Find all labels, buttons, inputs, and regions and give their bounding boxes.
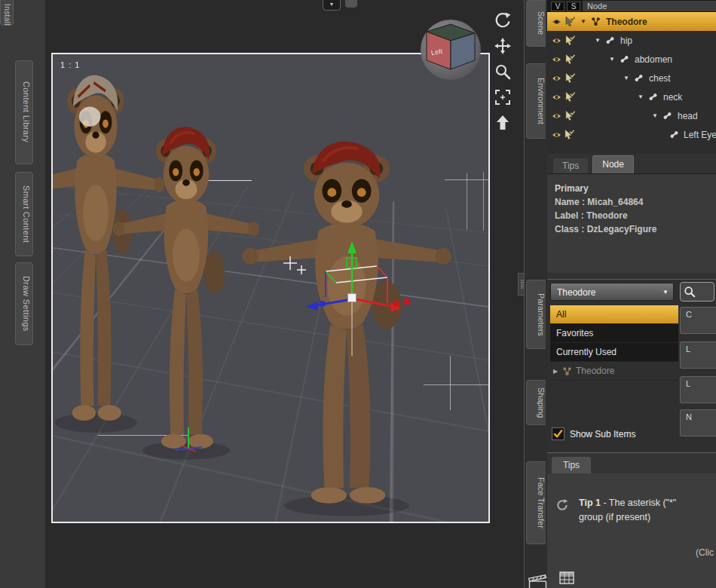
chevron-down-icon: ▼ xyxy=(662,283,669,302)
scene-node-theodore[interactable]: ▼ Theodore xyxy=(547,12,716,31)
node-label: chest xyxy=(649,73,671,84)
eye-visibility-icon[interactable] xyxy=(552,112,565,120)
pan-icon[interactable] xyxy=(491,35,514,57)
eye-visibility-icon[interactable] xyxy=(552,56,565,63)
scene-node-left-eye[interactable]: ▼ Left Eye xyxy=(547,125,716,144)
parameter-group-list: All Favorites Currently Used ▶ Theodore xyxy=(550,305,678,381)
node-selector-dropdown[interactable]: Theodore ▼ xyxy=(550,283,674,301)
node-label: abdomen xyxy=(635,54,672,65)
frame-selection-icon[interactable] xyxy=(491,86,514,109)
eye-visibility-icon[interactable] xyxy=(552,75,565,82)
view-nav-cube[interactable]: Left xyxy=(408,17,487,83)
eye-visibility-icon[interactable] xyxy=(552,131,565,139)
show-sub-items-label: Show Sub Items xyxy=(570,429,635,439)
group-all[interactable]: All xyxy=(550,305,678,324)
parameter-slider-partial[interactable]: N xyxy=(680,409,716,436)
cursor-select-icon[interactable] xyxy=(565,130,579,139)
group-theodore[interactable]: ▶ Theodore xyxy=(550,362,678,381)
cursor-select-icon[interactable] xyxy=(565,54,580,64)
expand-arrow-icon[interactable]: ▶ xyxy=(553,368,562,375)
section-title: Primary xyxy=(547,174,716,195)
tip-title: Tip 1 xyxy=(579,498,601,508)
node-label: Theodore xyxy=(606,17,647,27)
node-info-panel: Primary Name : Micah_64864 Label : Theod… xyxy=(547,174,716,273)
scene-node-chest[interactable]: ▼ chest xyxy=(547,69,716,87)
scene-node-hip[interactable]: ▼ hip xyxy=(547,31,716,50)
tab-scene[interactable]: Scene xyxy=(526,0,546,47)
scene-node-head[interactable]: ▼ head xyxy=(547,106,716,125)
eye-visibility-icon[interactable] xyxy=(552,18,565,26)
cursor-select-icon[interactable] xyxy=(565,17,580,26)
collapse-arrow-icon[interactable]: ▼ xyxy=(609,56,620,63)
node-label: head xyxy=(678,111,698,121)
group-currently-used[interactable]: Currently Used xyxy=(550,343,678,362)
collapse-arrow-icon[interactable]: ▼ xyxy=(623,75,634,81)
bone-icon xyxy=(620,54,633,64)
collapse-arrow-icon[interactable]: ▼ xyxy=(595,37,605,44)
node-panel-tabs: Tips Node xyxy=(547,155,716,174)
tab-tips-bottom[interactable]: Tips xyxy=(552,457,591,473)
tab-tips[interactable]: Tips xyxy=(553,158,588,173)
show-sub-items-checkbox[interactable] xyxy=(552,427,565,440)
tab-draw-settings[interactable]: Draw Settings xyxy=(15,262,33,345)
scene-hierarchy-panel: V S Node ▼ Theodore ▼ hip ▼ abdomen xyxy=(547,0,716,154)
tab-node[interactable]: Node xyxy=(592,155,634,173)
tab-content-library[interactable]: Content Library xyxy=(15,60,33,164)
dropdown-value: Theodore xyxy=(557,287,595,298)
bone-icon xyxy=(634,73,647,83)
main-area: ▼ xyxy=(45,0,524,588)
group-label: Currently Used xyxy=(556,347,617,357)
tip-text: Tip 1 - The asterisk ("*" group (if pres… xyxy=(579,496,699,525)
viewport-menu-pill[interactable] xyxy=(345,0,357,8)
scene-header: V S Node xyxy=(547,0,716,12)
visibility-column-header[interactable]: V xyxy=(551,2,565,11)
parameter-slider-partial[interactable]: C xyxy=(680,307,716,334)
node-column-header[interactable]: Node xyxy=(583,1,716,11)
group-label: Theodore xyxy=(576,366,614,376)
eye-visibility-icon[interactable] xyxy=(552,93,565,101)
eye-visibility-icon[interactable] xyxy=(552,37,565,44)
tab-environment[interactable]: Environment xyxy=(526,63,546,139)
scene-node-abdomen[interactable]: ▼ abdomen xyxy=(547,50,716,69)
node-label: neck xyxy=(663,92,682,103)
cursor-select-icon[interactable] xyxy=(565,35,580,45)
tip-line2: group (if present) xyxy=(579,510,699,525)
viewport-menu-partial[interactable]: ▼ xyxy=(323,0,357,11)
spreadsheet-grid-icon[interactable] xyxy=(559,571,574,585)
tab-parameters[interactable]: Parameters xyxy=(526,280,546,349)
viewport-3d[interactable]: 1 : 1 xyxy=(51,53,490,523)
tab-shaping[interactable]: Shaping xyxy=(526,380,546,425)
right-dock: Scene Environment Parameters Shaping Fac… xyxy=(524,0,716,588)
parameter-slider-partial[interactable]: L xyxy=(680,376,716,403)
bone-icon xyxy=(648,92,662,102)
scene-render xyxy=(53,54,485,519)
right-dock-tabs: Scene Environment Parameters Shaping Fac… xyxy=(525,0,547,588)
node-name-field: Name : Micah_64864 xyxy=(547,195,716,209)
gizmo-center-cube[interactable] xyxy=(348,294,356,302)
figure-icon xyxy=(591,17,604,26)
collapse-arrow-icon[interactable]: ▼ xyxy=(638,93,648,100)
cursor-select-icon[interactable] xyxy=(565,111,580,121)
tab-face-transfer[interactable]: Face Transfer xyxy=(526,461,546,544)
parameter-slider-partial[interactable]: L xyxy=(680,341,716,369)
collapse-arrow-icon[interactable]: ▼ xyxy=(580,18,591,25)
chevron-down-icon[interactable]: ▼ xyxy=(323,0,341,11)
clapperboard-icon[interactable] xyxy=(528,574,548,588)
tab-install[interactable]: Install xyxy=(0,0,14,26)
tab-smart-content[interactable]: Smart Content xyxy=(15,172,33,256)
figure-theodore-instance-1[interactable] xyxy=(53,75,165,433)
cursor-select-icon[interactable] xyxy=(565,73,580,83)
up-arrow-icon[interactable] xyxy=(491,112,514,134)
figure-icon xyxy=(562,366,576,376)
tip-body: - The asterisk ("*" xyxy=(601,498,676,508)
collapse-arrow-icon[interactable]: ▼ xyxy=(652,112,662,119)
scene-node-neck[interactable]: ▼ neck xyxy=(547,87,716,106)
orbit-rotate-icon[interactable] xyxy=(491,9,514,32)
show-sub-items-row: Show Sub Items xyxy=(552,427,635,440)
parameter-search-button[interactable] xyxy=(680,282,714,302)
cursor-select-icon[interactable] xyxy=(565,92,580,102)
figure-theodore-selected[interactable] xyxy=(242,142,451,516)
zoom-magnifier-icon[interactable] xyxy=(491,60,514,83)
selection-column-header[interactable]: S xyxy=(567,2,580,11)
group-favorites[interactable]: Favorites xyxy=(550,324,678,343)
